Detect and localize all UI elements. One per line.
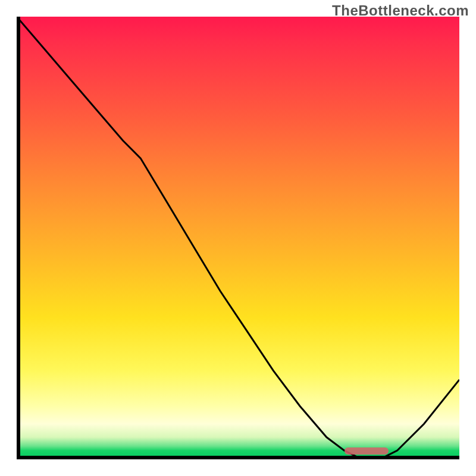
curve-path — [17, 17, 459, 459]
curve-svg — [17, 17, 459, 459]
plot-area — [17, 17, 459, 459]
chart-canvas: TheBottleneck.com — [0, 0, 476, 476]
minimum-marker — [345, 447, 389, 455]
